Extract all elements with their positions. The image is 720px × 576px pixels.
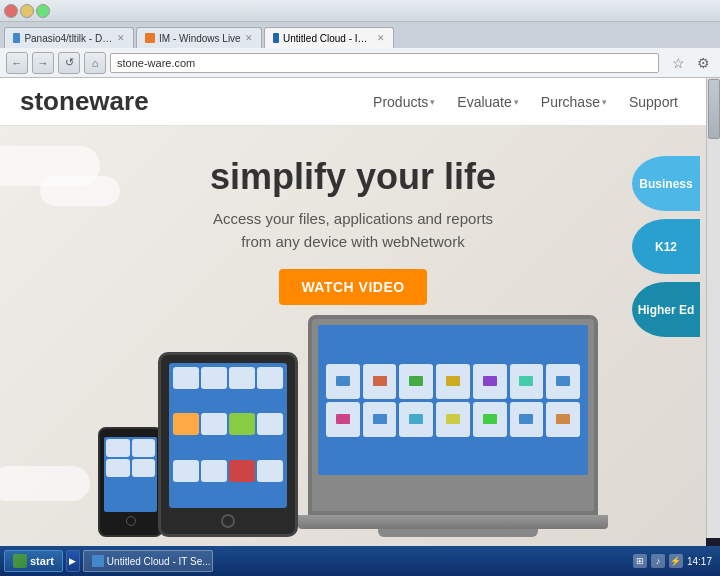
- address-text: stone-ware.com: [117, 57, 195, 69]
- nav-products-label: Products: [373, 94, 428, 110]
- laptop-app-12: [473, 402, 507, 437]
- hero-section: simplify your life Access your files, ap…: [0, 126, 706, 546]
- hero-subtitle-line1: Access your files, applications and repo…: [213, 210, 493, 227]
- laptop-stand: [378, 529, 538, 537]
- nav-products-arrow: ▾: [430, 97, 435, 107]
- laptop-app-3: [399, 364, 433, 399]
- tab-label-0: Panasio4/tltilk - DCHome...: [24, 33, 113, 44]
- nav-support[interactable]: Support: [621, 90, 686, 114]
- carousel-dots: [20, 537, 686, 546]
- tablet-app-11: [229, 460, 255, 482]
- quick-launch-icon[interactable]: ▶: [66, 550, 80, 572]
- laptop-app-11: [436, 402, 470, 437]
- scrollbar[interactable]: [706, 78, 720, 538]
- start-label: start: [30, 555, 54, 567]
- laptop-app-6: [510, 364, 544, 399]
- taskbar-right: ⊞ ♪ ⚡ 14:17: [633, 554, 716, 568]
- taskbar-items: Untitled Cloud - IT Se...: [83, 550, 630, 572]
- back-button[interactable]: ←: [6, 52, 28, 74]
- tablet-app-10: [201, 460, 227, 482]
- home-button[interactable]: ⌂: [84, 52, 106, 74]
- battery-icon[interactable]: ⚡: [669, 554, 683, 568]
- laptop-app-9: [363, 402, 397, 437]
- tools-icon[interactable]: ⚙: [692, 52, 714, 74]
- tablet-app-8: [257, 413, 283, 435]
- minimize-button[interactable]: [20, 4, 34, 18]
- refresh-button[interactable]: ↺: [58, 52, 80, 74]
- laptop-base: [298, 515, 608, 529]
- navigation-bar: ← → ↺ ⌂ stone-ware.com ☆ ⚙: [0, 48, 720, 78]
- nav-support-label: Support: [629, 94, 678, 110]
- laptop-device: [308, 315, 608, 537]
- nav-purchase[interactable]: Purchase ▾: [533, 90, 615, 114]
- laptop-app-7: [546, 364, 580, 399]
- tablet-home-button: [221, 514, 235, 528]
- quick-launch-label: ▶: [69, 556, 76, 566]
- laptop-app-2: [363, 364, 397, 399]
- phone-home-button: [126, 516, 136, 526]
- windows-logo-icon: [13, 554, 27, 568]
- laptop-app-4: [436, 364, 470, 399]
- hero-subtitle: Access your files, applications and repo…: [20, 208, 686, 253]
- phone-app-1: [106, 439, 130, 457]
- phone-device: [98, 427, 163, 537]
- laptop-app-1: [326, 364, 360, 399]
- hero-subtitle-line2: from any device with webNetwork: [241, 233, 464, 250]
- tab-label-1: IM - Windows Live: [159, 33, 241, 44]
- maximize-button[interactable]: [36, 4, 50, 18]
- laptop-app-13: [510, 402, 544, 437]
- taskbar-cloud-icon: [92, 555, 104, 567]
- window-controls[interactable]: [4, 4, 50, 18]
- tab-favicon-0: [13, 33, 20, 43]
- scrollbar-thumb[interactable]: [708, 79, 720, 139]
- title-bar: [0, 0, 720, 22]
- tab-favicon-2: [273, 33, 279, 43]
- clock: 14:17: [687, 556, 712, 567]
- tablet-screen: [169, 363, 287, 508]
- forward-button[interactable]: →: [32, 52, 54, 74]
- laptop-app-8: [326, 402, 360, 437]
- watch-video-button[interactable]: WATCH VIDEO: [279, 269, 426, 305]
- tablet-device: [158, 352, 298, 537]
- hero-text: simplify your life Access your files, ap…: [20, 146, 686, 305]
- tab-bar: Panasio4/tltilk - DCHome... ✕ IM - Windo…: [0, 22, 720, 48]
- tablet-app-7: [229, 413, 255, 435]
- phone-app-3: [106, 459, 130, 477]
- address-bar[interactable]: stone-ware.com: [110, 53, 659, 73]
- tablet-app-5: [173, 413, 199, 435]
- logo-bold: ware: [89, 86, 148, 116]
- hero-title: simplify your life: [20, 156, 686, 198]
- tab-0[interactable]: Panasio4/tltilk - DCHome... ✕: [4, 27, 134, 48]
- tab-close-0[interactable]: ✕: [117, 33, 125, 43]
- star-icon[interactable]: ☆: [667, 52, 689, 74]
- nav-products[interactable]: Products ▾: [365, 90, 443, 114]
- laptop-app-10: [399, 402, 433, 437]
- browser-chrome: Panasio4/tltilk - DCHome... ✕ IM - Windo…: [0, 0, 720, 79]
- nav-evaluate[interactable]: Evaluate ▾: [449, 90, 526, 114]
- tablet-app-3: [229, 367, 255, 389]
- nav-right-icons: ☆ ⚙: [667, 52, 714, 74]
- tab-close-1[interactable]: ✕: [245, 33, 253, 43]
- tablet-app-1: [173, 367, 199, 389]
- taskbar-item-label-0: Untitled Cloud - IT Se...: [107, 556, 211, 567]
- site-header: stoneware Products ▾ Evaluate ▾ Purchase…: [0, 78, 706, 126]
- taskbar-item-cloud[interactable]: Untitled Cloud - IT Se...: [83, 550, 213, 572]
- devices-illustration: [20, 315, 686, 537]
- phone-app-4: [132, 459, 156, 477]
- website-content: stoneware Products ▾ Evaluate ▾ Purchase…: [0, 78, 706, 546]
- network-icon[interactable]: ⊞: [633, 554, 647, 568]
- volume-icon[interactable]: ♪: [651, 554, 665, 568]
- tablet-app-9: [173, 460, 199, 482]
- tab-1[interactable]: IM - Windows Live ✕: [136, 27, 262, 48]
- laptop-lid: [308, 315, 598, 515]
- laptop-app-14: [546, 402, 580, 437]
- tablet-app-6: [201, 413, 227, 435]
- start-button[interactable]: start: [4, 550, 63, 572]
- nav-purchase-label: Purchase: [541, 94, 600, 110]
- logo-light: stone: [20, 86, 89, 116]
- tablet-app-2: [201, 367, 227, 389]
- tab-2[interactable]: Untitled Cloud - IT Service De... ✕: [264, 27, 394, 48]
- tab-close-2[interactable]: ✕: [377, 33, 385, 43]
- close-button[interactable]: [4, 4, 18, 18]
- nav-purchase-arrow: ▾: [602, 97, 607, 107]
